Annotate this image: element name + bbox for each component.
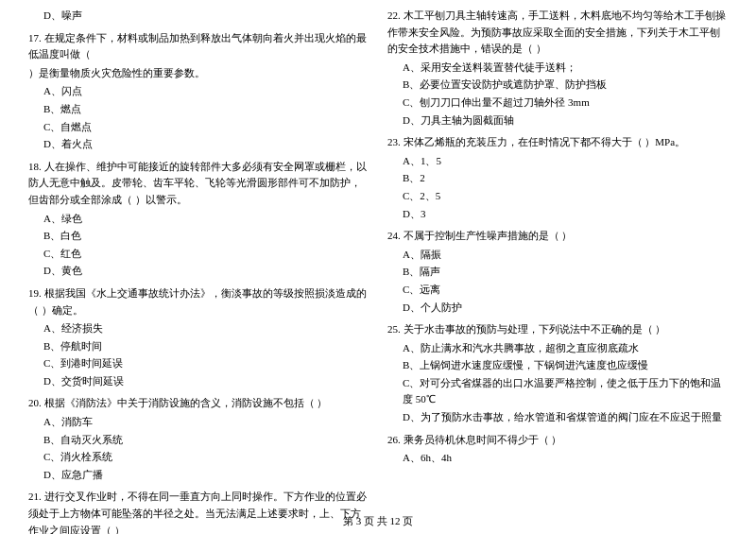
q20-a: A、消防车 — [28, 414, 369, 431]
q22-text: 22. 木工平刨刀具主轴转速高，手工送料，木料底地不均匀等给木工手刨操作带来安全… — [387, 8, 728, 58]
right-column: 22. 木工平刨刀具主轴转速高，手工送料，木料底地不均匀等给木工手刨操作带来安全… — [387, 8, 728, 534]
q24-a: A、隔振 — [387, 247, 728, 264]
q25-d: D、为了预防水击事故，给水管道和省煤管道的阀门应在不应迟于照量 — [387, 409, 728, 426]
question-25: 25. 关于水击事故的预防与处理，下列说法中不正确的是（ ） A、防止满水和汽水… — [387, 321, 728, 426]
q22-b: B、必要位置安设防护或遮防护罩、防护挡板 — [387, 77, 728, 94]
q22-c: C、刨刀刀口伸出量不超过刀轴外径 3mm — [387, 95, 728, 112]
q19-d: D、交货时间延误 — [28, 373, 369, 390]
q19-a: A、经济损失 — [28, 320, 369, 337]
page-footer: 第 3 页 共 12 页 — [0, 514, 756, 528]
q19-c: C、到港时间延误 — [28, 355, 369, 372]
question-19: 19. 根据我国《水上交通事故统计办法》，衡淡事故的等级按照损淡造成的（ ）确定… — [28, 285, 369, 390]
q24-text: 24. 不属于控制生产性噪声措施的是（ ） — [387, 228, 728, 245]
question-d-noise: D、噪声 — [28, 8, 369, 25]
q18-a: A、绿色 — [28, 211, 369, 228]
page-number: 第 3 页 共 12 页 — [343, 515, 413, 526]
option-text: D、噪声 — [28, 8, 369, 25]
q23-c: C、2、5 — [387, 188, 728, 205]
q26-a: A、6h、4h — [387, 450, 728, 467]
question-23: 23. 宋体乙烯瓶的充装压力，在任时情况下都不得大于（ ）MPa。 A、1、5 … — [387, 134, 728, 222]
q25-c: C、对可分式省煤器的出口水温要严格控制，使之低于压力下的饱和温度 50℃ — [387, 375, 728, 408]
q23-d: D、3 — [387, 206, 728, 223]
q24-c: C、远离 — [387, 282, 728, 299]
q25-b: B、上锅饲进水速度应缓慢，下锅饲进汽速度也应缓慢 — [387, 357, 728, 374]
q23-a: A、1、5 — [387, 153, 728, 170]
q17-text: 17. 在规定条件下，材料或制品加热到释放出气体朝向着火并出现火焰的最低温度叫做… — [28, 30, 369, 63]
q17-d: D、着火点 — [28, 136, 369, 153]
q18-b: B、白色 — [28, 228, 369, 245]
question-18: 18. 人在操作、维护中可能接近的旋转部件大多必须有安全网罩或栅栏，以防人无意中… — [28, 159, 369, 280]
q20-text: 20. 根据《消防法》中关于消防设施的含义，消防设施不包括（ ） — [28, 395, 369, 412]
q17-text2: ）是衡量物质火灾危险性的重要参数。 — [28, 65, 369, 82]
question-26: 26. 乘务员待机休息时间不得少于（ ） A、6h、4h — [387, 432, 728, 467]
question-20: 20. 根据《消防法》中关于消防设施的含义，消防设施不包括（ ） A、消防车 B… — [28, 395, 369, 483]
q24-b: B、隔声 — [387, 264, 728, 281]
q26-text: 26. 乘务员待机休息时间不得少于（ ） — [387, 432, 728, 449]
q20-b: B、自动灭火系统 — [28, 432, 369, 449]
q17-b: B、燃点 — [28, 101, 369, 118]
q18-d: D、黄色 — [28, 263, 369, 280]
q25-a: A、防止满水和汽水共腾事故，超彻之直应彻底疏水 — [387, 340, 728, 357]
q20-d: D、应急广播 — [28, 467, 369, 484]
q22-d: D、刀具主轴为圆截面轴 — [387, 112, 728, 129]
q24-d: D、个人防护 — [387, 300, 728, 317]
q19-text: 19. 根据我国《水上交通事故统计办法》，衡淡事故的等级按照损淡造成的（ ）确定… — [28, 285, 369, 319]
page: D、噪声 17. 在规定条件下，材料或制品加热到释放出气体朝向着火并出现火焰的最… — [0, 0, 756, 534]
question-17: 17. 在规定条件下，材料或制品加热到释放出气体朝向着火并出现火焰的最低温度叫做… — [28, 30, 369, 153]
q22-a: A、采用安全送料装置替代徒手送料； — [387, 60, 728, 77]
q17-a: A、闪点 — [28, 83, 369, 100]
q19-b: B、停航时间 — [28, 338, 369, 355]
question-22: 22. 木工平刨刀具主轴转速高，手工送料，木料底地不均匀等给木工手刨操作带来安全… — [387, 8, 728, 129]
q20-c: C、消火栓系统 — [28, 449, 369, 466]
q23-b: B、2 — [387, 170, 728, 187]
q23-text: 23. 宋体乙烯瓶的充装压力，在任时情况下都不得大于（ ）MPa。 — [387, 134, 728, 151]
question-24: 24. 不属于控制生产性噪声措施的是（ ） A、隔振 B、隔声 C、远离 D、个… — [387, 228, 728, 316]
q17-c: C、自燃点 — [28, 119, 369, 136]
q18-text: 18. 人在操作、维护中可能接近的旋转部件大多必须有安全网罩或栅栏，以防人无意中… — [28, 159, 369, 209]
content: D、噪声 17. 在规定条件下，材料或制品加热到释放出气体朝向着火并出现火焰的最… — [28, 8, 728, 534]
q25-text: 25. 关于水击事故的预防与处理，下列说法中不正确的是（ ） — [387, 321, 728, 338]
left-column: D、噪声 17. 在规定条件下，材料或制品加热到释放出气体朝向着火并出现火焰的最… — [28, 8, 369, 534]
q18-c: C、红色 — [28, 246, 369, 263]
